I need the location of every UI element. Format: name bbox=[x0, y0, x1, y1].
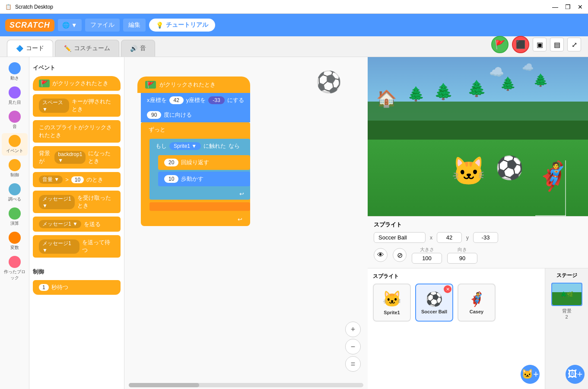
if-block-top[interactable]: もし Sprite1 ▼ に触れた なら bbox=[149, 139, 250, 153]
tab-costume[interactable]: ✏️ コスチューム bbox=[55, 40, 119, 57]
sprite-item-sprite1[interactable]: 🐱 Sprite1 bbox=[373, 284, 411, 322]
maximize-button[interactable]: ❐ bbox=[565, 3, 571, 10]
stage-controls: 🚩 ⬛ ▣ ▤ ⤢ bbox=[491, 36, 581, 53]
category-looks[interactable]: 見た目 bbox=[2, 85, 28, 107]
if-sprite-dropdown[interactable]: Sprite1 ▼ bbox=[169, 142, 201, 150]
wait-value[interactable]: 1 bbox=[39, 284, 49, 291]
sprite1-icon: 🐱 bbox=[382, 290, 402, 308]
language-button[interactable]: 🌐 ▼ bbox=[58, 19, 82, 31]
minimize-button[interactable]: — bbox=[552, 3, 558, 10]
sprite-item-soccer-ball[interactable]: ✕ ⚽ Soccer Ball bbox=[415, 284, 453, 322]
category-sensing[interactable]: 調べる bbox=[2, 182, 28, 204]
close-button[interactable]: ✕ bbox=[578, 3, 583, 10]
send-wait-dropdown[interactable]: メッセージ1 ▼ bbox=[39, 239, 79, 254]
space-dropdown[interactable]: スペース ▼ bbox=[39, 99, 69, 113]
zoom-fit-button[interactable]: = bbox=[345, 356, 361, 372]
layout-split-button[interactable]: ▣ bbox=[533, 38, 547, 51]
receive-msg-dropdown[interactable]: メッセージ1 ▼ bbox=[39, 195, 75, 209]
title-bar-controls[interactable]: — ❐ ✕ bbox=[552, 3, 583, 10]
block-receive-message[interactable]: メッセージ1 ▼ を受け取ったとき bbox=[33, 191, 121, 213]
sound-dot bbox=[9, 111, 21, 123]
sprite-props-row: 👁 ⊘ 大きさ 向き bbox=[374, 246, 582, 264]
main-content: 動き 見た目 音 イベント 制御 調べる 演算 変数 bbox=[0, 57, 588, 389]
category-variables[interactable]: 変数 bbox=[2, 230, 28, 252]
fullscreen-button[interactable]: ⤢ bbox=[567, 38, 581, 51]
forever-inner-block[interactable] bbox=[149, 202, 250, 211]
x-coord-input[interactable] bbox=[437, 232, 462, 243]
backdrop-label-text: 背景 bbox=[562, 308, 572, 314]
green-flag-button[interactable]: 🚩 bbox=[491, 36, 509, 53]
block-loudness[interactable]: 音量 ▼ > 10 のとき bbox=[33, 172, 121, 187]
tutorial-button[interactable]: 💡 チュートリアル bbox=[149, 19, 215, 32]
size-input[interactable] bbox=[412, 253, 442, 264]
sprite-item-casey[interactable]: 🦸 Casey bbox=[458, 284, 496, 322]
looks-dot bbox=[9, 86, 21, 99]
direction-label: 向き bbox=[458, 246, 467, 253]
set-xy-block[interactable]: x座標を 42 y座標を -33 にする bbox=[141, 93, 250, 108]
tab-bar: 🔷 コード ✏️ コスチューム 🔊 音 🚩 ⬛ ▣ ▤ ⤢ bbox=[0, 36, 588, 57]
edit-menu-button[interactable]: 編集 bbox=[123, 19, 146, 32]
control-section-title: 制御 bbox=[33, 268, 121, 276]
block-send-message[interactable]: メッセージ1 ▼ を送る bbox=[33, 217, 121, 232]
category-events[interactable]: イベント bbox=[2, 133, 28, 156]
add-sprite-button[interactable]: 🐱+ bbox=[521, 365, 540, 384]
stop-button[interactable]: ⬛ bbox=[512, 36, 529, 53]
loudness-value[interactable]: 10 bbox=[71, 176, 84, 183]
category-operators[interactable]: 演算 bbox=[2, 206, 28, 228]
category-sound[interactable]: 音 bbox=[2, 109, 28, 131]
y-coord-input[interactable] bbox=[473, 232, 498, 243]
block-key-pressed-text: キーが押されたとき bbox=[72, 98, 114, 113]
backdrop-dropdown[interactable]: backdrop1 ▼ bbox=[54, 151, 86, 164]
hat-block[interactable]: 🚩 がクリックされたとき bbox=[137, 77, 250, 93]
forever-block-top[interactable]: ずっと bbox=[141, 122, 250, 137]
sprite-list-area: スプライト 🐱 Sprite1 ✕ ⚽ Soccer Ball bbox=[368, 268, 588, 389]
block-backdrop-changed[interactable]: 背景が backdrop1 ▼ になったとき bbox=[33, 146, 121, 169]
point-direction-block[interactable]: 90 度に向ける bbox=[141, 108, 250, 122]
loudness-dropdown[interactable]: 音量 ▼ bbox=[39, 175, 63, 184]
script-area[interactable]: ⚽ 🚩 がクリックされたとき x座標を 42 y座標を -33 にする 90 度… bbox=[124, 57, 368, 389]
show-button[interactable]: 👁 bbox=[374, 248, 388, 262]
sprite-name-row: x y bbox=[374, 232, 582, 243]
category-control[interactable]: 制御 bbox=[2, 157, 28, 180]
repeat-block[interactable]: 20 回繰り返す bbox=[158, 155, 250, 170]
stage-thumbnail[interactable]: 🌲🌿 bbox=[551, 283, 582, 306]
tab-sound[interactable]: 🔊 音 bbox=[121, 40, 155, 57]
direction-input[interactable] bbox=[447, 253, 477, 264]
backdrop-label: 背景が bbox=[39, 150, 52, 165]
block-send-wait[interactable]: メッセージ1 ▼ を送って待つ bbox=[33, 235, 121, 258]
zoom-controls: + − = bbox=[345, 322, 361, 372]
block-key-pressed[interactable]: スペース ▼ キーが押されたとき bbox=[33, 94, 121, 117]
file-menu-button[interactable]: ファイル bbox=[85, 19, 120, 32]
zoom-out-button[interactable]: − bbox=[345, 339, 361, 354]
category-motion[interactable]: 動き bbox=[2, 61, 28, 83]
tab-code[interactable]: 🔷 コード bbox=[7, 40, 53, 57]
y-value[interactable]: -33 bbox=[208, 96, 224, 104]
category-myblocks[interactable]: 作ったブロック bbox=[2, 254, 28, 283]
zoom-in-button[interactable]: + bbox=[345, 322, 361, 337]
app-title: Scratch Desktop bbox=[15, 4, 53, 10]
repeat-value[interactable]: 20 bbox=[164, 159, 178, 166]
soccer-ball-delete-btn[interactable]: ✕ bbox=[444, 285, 451, 293]
loudness-op: > bbox=[65, 176, 69, 183]
sprite-name-input[interactable] bbox=[374, 232, 426, 243]
layout-stage-button[interactable]: ▤ bbox=[550, 38, 564, 51]
horizontal-scrollbar[interactable] bbox=[129, 383, 363, 387]
block-green-flag[interactable]: 🚩 がクリックされたとき bbox=[33, 76, 121, 91]
stage-title: ステージ bbox=[556, 272, 577, 279]
block-sprite-clicked[interactable]: このスプライトがクリックされたとき bbox=[33, 120, 121, 143]
operators-label: 演算 bbox=[10, 220, 19, 226]
hide-button[interactable]: ⊘ bbox=[393, 248, 407, 262]
block-wait[interactable]: 1 秒待つ bbox=[33, 280, 121, 295]
direction-value[interactable]: 90 bbox=[147, 111, 161, 119]
move-block[interactable]: 10 歩動かす bbox=[158, 172, 250, 186]
sprite-list: スプライト 🐱 Sprite1 ✕ ⚽ Soccer Ball bbox=[368, 268, 545, 389]
loudness-label: のとき bbox=[86, 176, 103, 184]
send-msg-dropdown[interactable]: メッセージ1 ▼ bbox=[39, 220, 81, 228]
receive-msg-text: を受け取ったとき bbox=[77, 194, 114, 210]
scratch-logo: SCRATCH bbox=[5, 19, 54, 32]
sprite1-label: Sprite1 bbox=[384, 310, 400, 315]
add-stage-button[interactable]: 🖼+ bbox=[566, 365, 585, 384]
soccer-ball-icon: ⚽ bbox=[426, 291, 443, 307]
move-value[interactable]: 10 bbox=[164, 175, 178, 183]
x-value[interactable]: 42 bbox=[169, 96, 184, 104]
